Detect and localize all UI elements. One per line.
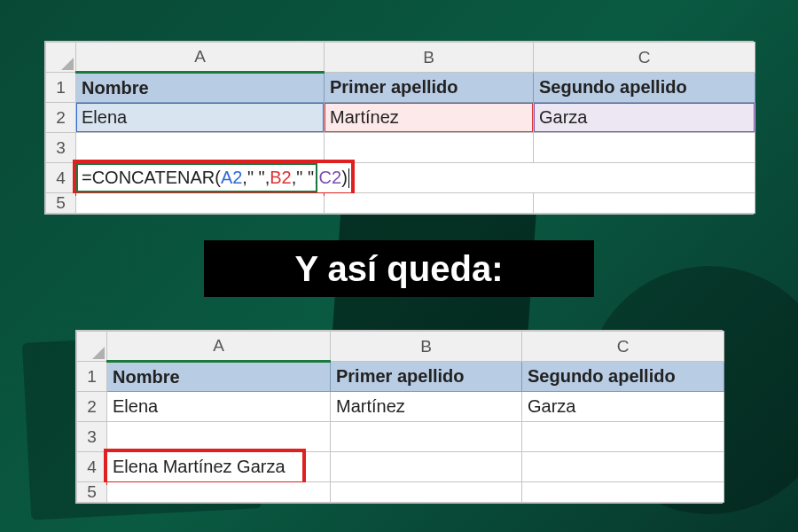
column-header-b[interactable]: B <box>325 43 534 73</box>
cell-b2[interactable]: Martínez <box>325 103 534 133</box>
row-header-2[interactable]: 2 <box>77 392 107 422</box>
select-all-corner[interactable] <box>46 43 76 73</box>
cell-c1[interactable]: Segundo apellido <box>534 73 755 103</box>
cell-a1[interactable]: Nombre <box>76 73 325 103</box>
cell-c1[interactable]: Segundo apellido <box>522 362 724 392</box>
result-text: Elena Martínez Garza <box>113 457 286 476</box>
cell-c4[interactable] <box>522 452 724 482</box>
cell-a4-result[interactable]: Elena Martínez Garza <box>107 452 331 482</box>
cell-b5[interactable] <box>331 482 522 503</box>
row-header-2[interactable]: 2 <box>46 103 76 133</box>
column-header-b[interactable]: B <box>331 332 522 362</box>
cell-a2[interactable]: Elena <box>107 392 331 422</box>
cell-b2[interactable]: Martínez <box>331 392 522 422</box>
text-cursor <box>348 168 349 188</box>
row-header-4[interactable]: 4 <box>46 163 76 193</box>
row-header-3[interactable]: 3 <box>46 133 76 163</box>
column-header-c[interactable]: C <box>522 332 724 362</box>
row-header-5[interactable]: 5 <box>46 193 76 214</box>
formula-text: =CONCATENAR( <box>82 168 221 187</box>
row-header-1[interactable]: 1 <box>77 362 107 392</box>
row-header-4[interactable]: 4 <box>77 452 107 482</box>
formula-ref-b2: B2 <box>270 168 291 187</box>
formula-ref-c2: C2 <box>319 168 342 187</box>
cell-c3[interactable] <box>534 133 755 163</box>
row-header-5[interactable]: 5 <box>77 482 107 503</box>
caption-band: Y así queda: <box>204 240 594 297</box>
cell-b1[interactable]: Primer apellido <box>331 362 522 392</box>
caption-text: Y así queda: <box>295 249 504 289</box>
cell-c2[interactable]: Garza <box>522 392 724 422</box>
cell-c5[interactable] <box>534 193 755 214</box>
cell-b1[interactable]: Primer apellido <box>325 73 534 103</box>
column-header-c[interactable]: C <box>534 43 755 73</box>
column-header-a[interactable]: A <box>107 332 331 362</box>
cell-a1[interactable]: Nombre <box>107 362 331 392</box>
formula-ref-a2: A2 <box>221 168 242 187</box>
cell-a2[interactable]: Elena <box>76 103 325 133</box>
cell-a3[interactable] <box>76 133 325 163</box>
row-header-1[interactable]: 1 <box>46 73 76 103</box>
spreadsheet-before: A B C 1 Nombre Primer apellido Segundo a… <box>44 41 754 215</box>
cell-c3[interactable] <box>522 422 724 452</box>
column-header-a[interactable]: A <box>76 43 325 73</box>
cell-a5[interactable] <box>107 482 331 503</box>
cell-b5[interactable] <box>325 193 534 214</box>
cell-b3[interactable] <box>331 422 522 452</box>
cell-a4-formula[interactable]: =CONCATENAR(A2," ",B2," ",C2) <box>76 163 755 193</box>
cell-a3[interactable] <box>107 422 331 452</box>
select-all-corner[interactable] <box>77 332 107 362</box>
cell-b4[interactable] <box>331 452 522 482</box>
cell-c5[interactable] <box>522 482 724 503</box>
cell-a5[interactable] <box>76 193 325 214</box>
cell-b3[interactable] <box>325 133 534 163</box>
row-header-3[interactable]: 3 <box>77 422 107 452</box>
spreadsheet-after: A B C 1 Nombre Primer apellido Segundo a… <box>75 330 723 504</box>
cell-c2[interactable]: Garza <box>534 103 755 133</box>
